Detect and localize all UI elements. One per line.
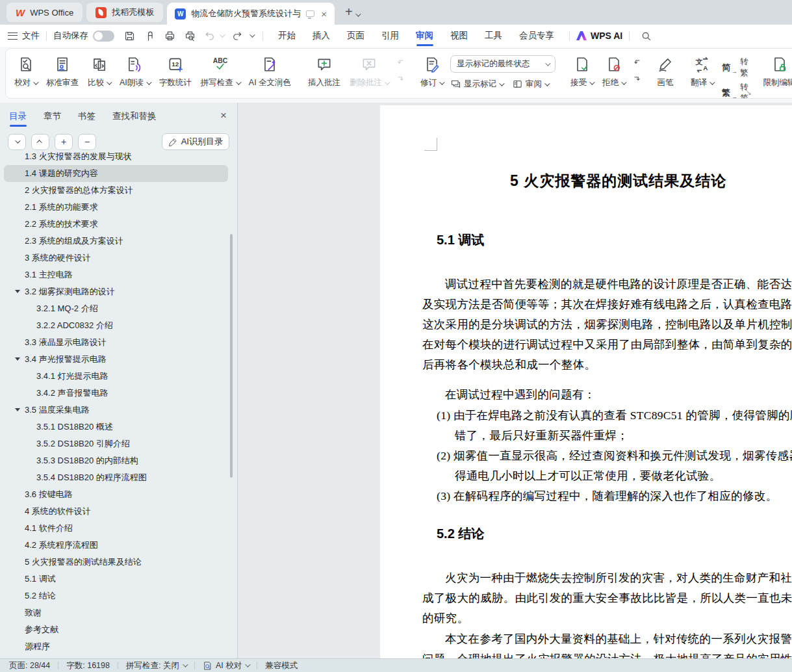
ink-pen-button[interactable]: 画笔 xyxy=(652,49,678,98)
accept-change-button[interactable]: 接受 xyxy=(566,49,598,98)
toc-item[interactable]: 2.1 系统的功能要求 xyxy=(4,199,228,216)
toc-item[interactable]: 4 系统的软件设计 xyxy=(4,503,228,520)
ai-proofread-status[interactable]: AI 校对 xyxy=(203,660,249,671)
sidebar-tab-3[interactable]: 查找和替换 xyxy=(112,103,157,130)
doc-text-line: 的研究。 xyxy=(422,608,792,628)
menu-tab-1[interactable]: 插入 xyxy=(304,25,339,47)
print-preview-button[interactable] xyxy=(180,30,200,42)
compare-button[interactable]: 比较 xyxy=(83,49,115,98)
collapse-next-button[interactable] xyxy=(8,134,26,150)
toc-item[interactable]: 3.6 按键电路 xyxy=(4,486,228,503)
spell-check-status[interactable]: 拼写检查: 关闭 xyxy=(126,660,186,671)
sidebar-tab-1[interactable]: 章节 xyxy=(44,103,61,130)
toc-item[interactable]: 3.3 液晶显示电路设计 xyxy=(4,334,228,351)
toc-item[interactable]: 5.1 调试 xyxy=(4,571,228,588)
doc-text-line: 后再将各个模块总和成一个整体。 xyxy=(422,355,792,375)
ai-recognize-toc-button[interactable]: AI识别目录 xyxy=(162,133,229,150)
expand-all-button[interactable]: + xyxy=(55,134,73,150)
toc-item[interactable]: 2.3 系统的组成及方案设计 xyxy=(4,233,228,250)
wps-ai-button[interactable]: WPS AI xyxy=(576,31,622,41)
word-count-indicator[interactable]: 字数: 16198 xyxy=(66,660,110,671)
toc-item[interactable]: 3.5.3 DS18B20 的内部结构 xyxy=(4,452,228,469)
tab-docer-templates[interactable]: 找稻壳模板 xyxy=(86,3,163,22)
sidebar-tab-2[interactable]: 书签 xyxy=(78,103,96,130)
toc-item[interactable]: 3.2 烟雾探测电路的设计 xyxy=(4,283,228,300)
review-pane-button[interactable]: 审阅 xyxy=(512,79,548,90)
toc-item[interactable]: 3 系统的硬件设计 xyxy=(4,250,228,266)
toc-item[interactable]: 1.3 火灾报警器的发展与现状 xyxy=(4,152,228,165)
menu-tab-6[interactable]: 工具 xyxy=(476,25,511,47)
close-sidebar-icon[interactable]: × xyxy=(220,109,227,122)
toc-item[interactable]: 3.5.4 DS18B20 的程序流程图 xyxy=(4,469,228,486)
toc-item[interactable]: 3.1 主控电路 xyxy=(4,266,228,283)
menu-tab-5[interactable]: 视图 xyxy=(442,25,476,47)
sidebar-scrollbar[interactable] xyxy=(230,234,233,478)
document-page[interactable]: 5 火灾报警器的测试结果及结论 5.1 调试调试过程中首先要检测的就是硬件电路的… xyxy=(380,105,792,658)
print-button[interactable] xyxy=(160,30,180,42)
toc-item[interactable]: 3.5 温度采集电路 xyxy=(4,402,228,419)
standard-review-button[interactable]: 标准审查 xyxy=(42,49,83,98)
toc-scroll-viewport[interactable]: 1.3 火灾报警器的发展与现状1.4 课题的研究内容2 火灾报警器的总体方案设计… xyxy=(0,152,237,658)
expand-triangle-icon[interactable] xyxy=(15,290,20,293)
hamburger-menu-icon[interactable] xyxy=(8,32,18,40)
toc-item[interactable]: 3.5.2 DS18B20 引脚介绍 xyxy=(4,435,228,452)
menu-tab-4[interactable]: 审阅 xyxy=(407,25,442,47)
toc-item[interactable]: 3.4.2 声音报警电路 xyxy=(4,385,228,402)
toc-item[interactable]: 参考文献 xyxy=(4,621,228,638)
translate-button[interactable]: 文A 翻译 xyxy=(686,49,718,98)
reject-change-button[interactable]: 拒绝 xyxy=(598,49,630,98)
toc-item[interactable]: 1.4 课题的研究内容 xyxy=(4,165,228,182)
toc-item[interactable]: 3.2.2 ADC0832 介绍 xyxy=(4,317,228,334)
markup-state-dropdown[interactable]: 显示标记的最终状态 xyxy=(450,55,556,73)
toc-item[interactable]: 2 火灾报警器的总体方案设计 xyxy=(4,182,228,199)
collapse-all-button[interactable]: − xyxy=(78,134,96,150)
track-changes-button[interactable]: 修订 xyxy=(416,49,448,98)
toc-item[interactable]: 5 火灾报警器的测试结果及结论 xyxy=(4,554,228,571)
export-pdf-button[interactable] xyxy=(140,30,160,42)
toc-item[interactable]: 3.5.1 DS18B20 概述 xyxy=(4,419,228,435)
toc-item[interactable]: 5.2 结论 xyxy=(4,588,228,604)
show-markup-button[interactable]: 显示标记 xyxy=(450,79,503,90)
group-expander-icon[interactable]: ↘ xyxy=(746,89,751,96)
menu-tab-0[interactable]: 开始 xyxy=(270,25,304,47)
heading-5-1: 5.1 调试 xyxy=(437,230,484,250)
toc-item[interactable]: 3.2.1 MQ-2 介绍 xyxy=(4,300,228,317)
menu-tab-3[interactable]: 引用 xyxy=(373,25,407,47)
close-tab-icon[interactable]: × xyxy=(320,9,328,19)
tab-wps-office[interactable]: W WPS Office xyxy=(6,3,83,22)
proofread-button[interactable]: 校对 xyxy=(10,49,42,98)
traditional-to-simplified-button[interactable]: 繁 转简 xyxy=(722,82,748,99)
file-menu[interactable]: 文件 xyxy=(22,30,40,42)
menu-tab-7[interactable]: 会员专享 xyxy=(511,25,563,47)
ai-read-aloud-button[interactable]: AI朗读 xyxy=(115,49,155,98)
restrict-editing-button[interactable]: 限制编辑 xyxy=(759,49,792,98)
tab-document[interactable]: W 物流仓储防火预警系统设计与 × xyxy=(167,3,335,25)
previous-change-button[interactable] xyxy=(632,57,643,68)
insert-comment-button[interactable]: 插入批注 xyxy=(303,49,345,98)
toc-item[interactable]: 源程序 xyxy=(4,638,228,655)
new-tab-button[interactable]: + xyxy=(345,5,353,19)
toc-item[interactable]: 2.2 系统的技术要求 xyxy=(4,216,228,233)
toc-item[interactable]: 4.2 系统程序流程图 xyxy=(4,537,228,554)
spell-check-button[interactable]: ABC 拼写检查 xyxy=(196,49,244,98)
word-count-button[interactable]: 12 字数统计 xyxy=(155,49,196,98)
menu-tab-2[interactable]: 页面 xyxy=(339,25,373,47)
toc-item[interactable]: 4.1 软件介绍 xyxy=(4,520,228,537)
page-indicator[interactable]: 页面: 28/44 xyxy=(9,660,50,671)
autosave-toggle[interactable] xyxy=(93,31,114,42)
sidebar-tab-0[interactable]: 目录 xyxy=(9,103,27,130)
save-button[interactable] xyxy=(120,30,140,42)
toc-item[interactable]: 致谢 xyxy=(4,604,228,621)
redo-button[interactable] xyxy=(227,30,247,42)
simplified-to-traditional-button[interactable]: 简 转繁 xyxy=(722,57,748,79)
collapse-prev-button[interactable] xyxy=(31,134,49,150)
redo-chevron-icon[interactable] xyxy=(249,32,255,37)
next-change-button[interactable] xyxy=(632,72,643,83)
search-button[interactable] xyxy=(636,30,656,42)
toc-item[interactable]: 3.4 声光报警提示电路 xyxy=(4,351,228,368)
tab-list-chevron-icon[interactable] xyxy=(355,11,361,16)
toc-item[interactable]: 3.4.1 灯光提示电路 xyxy=(4,368,228,385)
ai-polish-button[interactable]: AI 全文润色 xyxy=(244,49,296,98)
expand-triangle-icon[interactable] xyxy=(15,408,20,411)
expand-triangle-icon[interactable] xyxy=(15,357,20,361)
